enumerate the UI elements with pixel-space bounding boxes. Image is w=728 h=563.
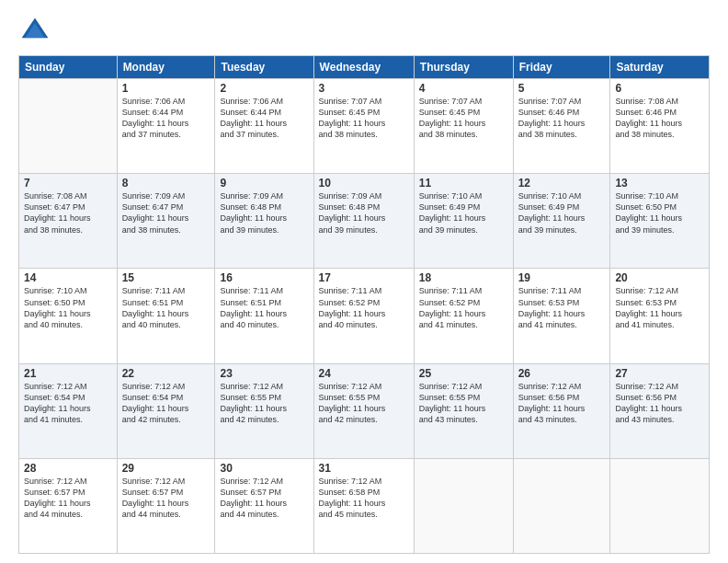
calendar-week-row: 21Sunrise: 7:12 AM Sunset: 6:54 PM Dayli… [19, 363, 710, 458]
day-number: 31 [319, 462, 409, 475]
day-number: 3 [319, 82, 409, 95]
calendar-cell: 8Sunrise: 7:09 AM Sunset: 6:47 PM Daylig… [117, 174, 215, 269]
day-number: 20 [615, 271, 704, 284]
day-number: 23 [220, 367, 308, 380]
day-number: 5 [518, 82, 606, 95]
cell-info: Sunrise: 7:10 AM Sunset: 6:50 PM Dayligh… [24, 285, 112, 330]
day-number: 10 [319, 177, 409, 190]
day-number: 15 [122, 271, 210, 284]
day-number: 4 [419, 82, 508, 95]
calendar-cell: 19Sunrise: 7:11 AM Sunset: 6:53 PM Dayli… [513, 269, 610, 363]
cell-info: Sunrise: 7:11 AM Sunset: 6:52 PM Dayligh… [319, 285, 409, 330]
cell-info: Sunrise: 7:06 AM Sunset: 6:44 PM Dayligh… [122, 96, 210, 141]
day-number: 22 [122, 367, 210, 380]
day-number: 6 [615, 82, 704, 95]
cell-info: Sunrise: 7:12 AM Sunset: 6:55 PM Dayligh… [319, 381, 409, 426]
cell-info: Sunrise: 7:12 AM Sunset: 6:53 PM Dayligh… [615, 285, 704, 330]
calendar-cell: 9Sunrise: 7:09 AM Sunset: 6:48 PM Daylig… [215, 174, 313, 269]
logo [18, 15, 55, 48]
cell-info: Sunrise: 7:06 AM Sunset: 6:44 PM Dayligh… [220, 96, 308, 141]
cell-info: Sunrise: 7:10 AM Sunset: 6:50 PM Dayligh… [615, 190, 704, 236]
cell-info: Sunrise: 7:12 AM Sunset: 6:57 PM Dayligh… [220, 476, 308, 521]
calendar-cell [414, 458, 513, 553]
calendar-table: SundayMondayTuesdayWednesdayThursdayFrid… [18, 55, 710, 554]
day-header-sunday: Sunday [19, 56, 118, 79]
calendar-cell [19, 79, 118, 174]
calendar-cell [513, 458, 610, 553]
calendar-cell: 5Sunrise: 7:07 AM Sunset: 6:46 PM Daylig… [513, 79, 610, 174]
calendar-cell: 21Sunrise: 7:12 AM Sunset: 6:54 PM Dayli… [19, 363, 118, 458]
day-number: 1 [122, 82, 210, 95]
cell-info: Sunrise: 7:11 AM Sunset: 6:53 PM Dayligh… [518, 285, 606, 330]
calendar-cell: 13Sunrise: 7:10 AM Sunset: 6:50 PM Dayli… [610, 174, 710, 269]
calendar-week-row: 14Sunrise: 7:10 AM Sunset: 6:50 PM Dayli… [19, 269, 710, 363]
cell-info: Sunrise: 7:12 AM Sunset: 6:55 PM Dayligh… [419, 381, 508, 426]
calendar-cell: 2Sunrise: 7:06 AM Sunset: 6:44 PM Daylig… [215, 79, 313, 174]
cell-info: Sunrise: 7:07 AM Sunset: 6:45 PM Dayligh… [419, 96, 508, 141]
calendar-cell: 11Sunrise: 7:10 AM Sunset: 6:49 PM Dayli… [414, 174, 513, 269]
cell-info: Sunrise: 7:11 AM Sunset: 6:51 PM Dayligh… [220, 285, 308, 330]
day-header-wednesday: Wednesday [313, 56, 414, 79]
cell-info: Sunrise: 7:12 AM Sunset: 6:58 PM Dayligh… [319, 476, 409, 521]
day-number: 16 [220, 271, 308, 284]
calendar-cell: 15Sunrise: 7:11 AM Sunset: 6:51 PM Dayli… [117, 269, 215, 363]
day-header-thursday: Thursday [414, 56, 513, 79]
cell-info: Sunrise: 7:12 AM Sunset: 6:54 PM Dayligh… [122, 381, 210, 426]
day-number: 29 [122, 462, 210, 475]
calendar-cell: 18Sunrise: 7:11 AM Sunset: 6:52 PM Dayli… [414, 269, 513, 363]
day-number: 25 [419, 367, 508, 380]
day-header-friday: Friday [513, 56, 610, 79]
calendar-cell: 20Sunrise: 7:12 AM Sunset: 6:53 PM Dayli… [610, 269, 710, 363]
calendar-cell: 17Sunrise: 7:11 AM Sunset: 6:52 PM Dayli… [313, 269, 414, 363]
cell-info: Sunrise: 7:11 AM Sunset: 6:51 PM Dayligh… [122, 285, 210, 330]
day-number: 26 [518, 367, 606, 380]
day-number: 12 [518, 177, 606, 190]
calendar-cell [610, 458, 710, 553]
calendar-cell: 28Sunrise: 7:12 AM Sunset: 6:57 PM Dayli… [19, 458, 118, 553]
cell-info: Sunrise: 7:12 AM Sunset: 6:56 PM Dayligh… [518, 381, 606, 426]
day-number: 24 [319, 367, 409, 380]
day-number: 21 [24, 367, 112, 380]
calendar-cell: 16Sunrise: 7:11 AM Sunset: 6:51 PM Dayli… [215, 269, 313, 363]
calendar-cell: 24Sunrise: 7:12 AM Sunset: 6:55 PM Dayli… [313, 363, 414, 458]
calendar-cell: 3Sunrise: 7:07 AM Sunset: 6:45 PM Daylig… [313, 79, 414, 174]
calendar-cell: 12Sunrise: 7:10 AM Sunset: 6:49 PM Dayli… [513, 174, 610, 269]
day-number: 30 [220, 462, 308, 475]
day-number: 9 [220, 177, 308, 190]
day-number: 8 [122, 177, 210, 190]
cell-info: Sunrise: 7:12 AM Sunset: 6:55 PM Dayligh… [220, 381, 308, 426]
calendar-cell: 26Sunrise: 7:12 AM Sunset: 6:56 PM Dayli… [513, 363, 610, 458]
calendar-cell: 30Sunrise: 7:12 AM Sunset: 6:57 PM Dayli… [215, 458, 313, 553]
calendar-cell: 7Sunrise: 7:08 AM Sunset: 6:47 PM Daylig… [19, 174, 118, 269]
calendar-cell: 4Sunrise: 7:07 AM Sunset: 6:45 PM Daylig… [414, 79, 513, 174]
cell-info: Sunrise: 7:08 AM Sunset: 6:46 PM Dayligh… [615, 96, 704, 141]
cell-info: Sunrise: 7:08 AM Sunset: 6:47 PM Dayligh… [24, 190, 112, 236]
day-number: 18 [419, 271, 508, 284]
calendar-cell: 23Sunrise: 7:12 AM Sunset: 6:55 PM Dayli… [215, 363, 313, 458]
cell-info: Sunrise: 7:07 AM Sunset: 6:45 PM Dayligh… [319, 96, 409, 141]
day-number: 28 [24, 462, 112, 475]
day-number: 14 [24, 271, 112, 284]
calendar-week-row: 7Sunrise: 7:08 AM Sunset: 6:47 PM Daylig… [19, 174, 710, 269]
day-number: 17 [319, 271, 409, 284]
day-number: 19 [518, 271, 606, 284]
day-number: 2 [220, 82, 308, 95]
cell-info: Sunrise: 7:12 AM Sunset: 6:57 PM Dayligh… [122, 476, 210, 521]
header [18, 15, 710, 48]
day-number: 27 [615, 367, 704, 380]
cell-info: Sunrise: 7:09 AM Sunset: 6:48 PM Dayligh… [220, 190, 308, 236]
day-number: 13 [615, 177, 704, 190]
cell-info: Sunrise: 7:11 AM Sunset: 6:52 PM Dayligh… [419, 285, 508, 330]
calendar-cell: 10Sunrise: 7:09 AM Sunset: 6:48 PM Dayli… [313, 174, 414, 269]
cell-info: Sunrise: 7:09 AM Sunset: 6:47 PM Dayligh… [122, 190, 210, 236]
calendar-cell: 31Sunrise: 7:12 AM Sunset: 6:58 PM Dayli… [313, 458, 414, 553]
calendar-cell: 29Sunrise: 7:12 AM Sunset: 6:57 PM Dayli… [117, 458, 215, 553]
cell-info: Sunrise: 7:09 AM Sunset: 6:48 PM Dayligh… [319, 190, 409, 236]
day-header-monday: Monday [117, 56, 215, 79]
calendar-header-row: SundayMondayTuesdayWednesdayThursdayFrid… [19, 56, 710, 79]
calendar-cell: 27Sunrise: 7:12 AM Sunset: 6:56 PM Dayli… [610, 363, 710, 458]
day-number: 7 [24, 177, 112, 190]
page: SundayMondayTuesdayWednesdayThursdayFrid… [0, 0, 728, 563]
calendar-week-row: 28Sunrise: 7:12 AM Sunset: 6:57 PM Dayli… [19, 458, 710, 553]
calendar-cell: 22Sunrise: 7:12 AM Sunset: 6:54 PM Dayli… [117, 363, 215, 458]
